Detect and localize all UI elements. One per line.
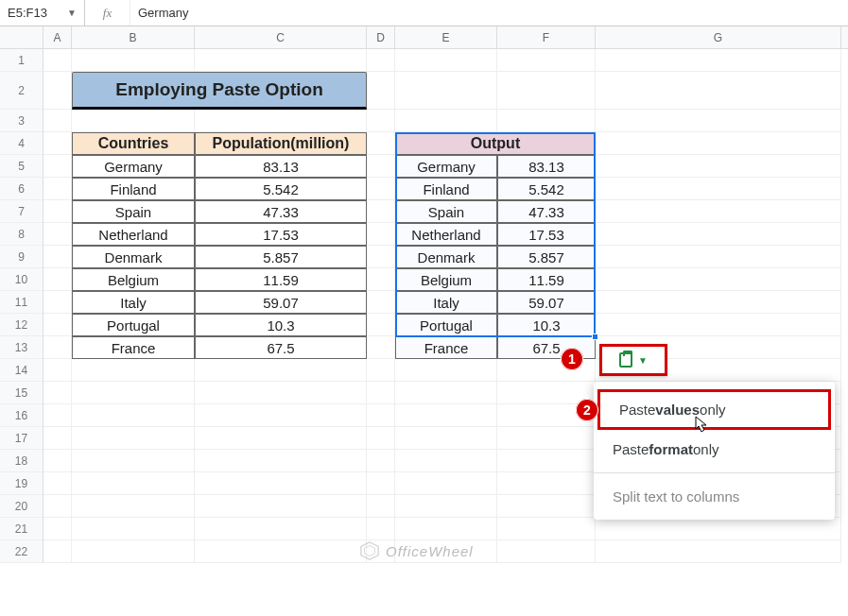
row-header[interactable]: 10	[0, 268, 43, 291]
cell[interactable]	[195, 359, 367, 382]
row-header[interactable]: 1	[0, 49, 43, 72]
paste-options-button[interactable]: ▼	[599, 344, 667, 376]
table-cell[interactable]: France	[395, 336, 497, 359]
cell[interactable]	[72, 404, 195, 427]
row-header[interactable]: 13	[0, 336, 43, 359]
table-cell[interactable]: 67.5	[195, 336, 367, 359]
cell[interactable]	[395, 518, 497, 540]
cell[interactable]	[367, 518, 395, 540]
cell[interactable]	[43, 246, 72, 268]
row-header[interactable]: 3	[0, 110, 43, 132]
cell[interactable]	[395, 495, 497, 518]
cell[interactable]	[367, 472, 395, 495]
cell[interactable]	[395, 450, 497, 472]
row-header[interactable]: 14	[0, 359, 43, 382]
cell[interactable]	[72, 495, 195, 518]
cell[interactable]	[497, 49, 596, 72]
cell[interactable]	[395, 110, 497, 132]
table-cell[interactable]: 83.13	[195, 155, 367, 178]
cell[interactable]	[596, 155, 841, 178]
cell[interactable]	[43, 450, 72, 472]
cell[interactable]	[367, 49, 395, 72]
table-cell[interactable]: 5.857	[497, 246, 596, 268]
cell[interactable]	[497, 472, 596, 495]
cell[interactable]	[72, 427, 195, 450]
cell[interactable]	[43, 49, 72, 72]
cell[interactable]	[195, 49, 367, 72]
cell[interactable]	[367, 336, 395, 359]
cell[interactable]	[367, 427, 395, 450]
cell[interactable]	[43, 200, 72, 223]
row-header[interactable]: 21	[0, 518, 43, 540]
cell[interactable]	[395, 472, 497, 495]
title-cell[interactable]: Employing Paste Option	[72, 72, 367, 110]
cell[interactable]	[395, 382, 497, 404]
cell[interactable]	[43, 495, 72, 518]
cell[interactable]	[195, 382, 367, 404]
cell[interactable]	[195, 110, 367, 132]
row-header[interactable]: 18	[0, 450, 43, 472]
cell[interactable]	[43, 110, 72, 132]
col-header[interactable]: G	[596, 26, 841, 48]
cell[interactable]	[195, 427, 367, 450]
table-cell[interactable]: 59.07	[195, 291, 367, 314]
table-header[interactable]: Population(million)	[195, 132, 367, 155]
cell[interactable]	[395, 427, 497, 450]
row-header[interactable]: 15	[0, 382, 43, 404]
cell[interactable]	[596, 49, 841, 72]
cell[interactable]	[43, 427, 72, 450]
cell[interactable]	[72, 540, 195, 563]
col-header[interactable]: B	[72, 26, 195, 48]
menu-paste-format-only[interactable]: Paste format only	[594, 432, 835, 467]
cell[interactable]	[395, 359, 497, 382]
row-header[interactable]: 17	[0, 427, 43, 450]
cell[interactable]	[195, 472, 367, 495]
table-cell[interactable]: 5.542	[497, 178, 596, 200]
cell[interactable]	[596, 132, 841, 155]
cell[interactable]	[497, 495, 596, 518]
cell[interactable]	[43, 178, 72, 200]
cell[interactable]	[72, 472, 195, 495]
row-header[interactable]: 8	[0, 223, 43, 246]
cell[interactable]	[43, 382, 72, 404]
table-cell[interactable]: Germany	[72, 155, 195, 178]
table-cell[interactable]: 10.3	[497, 314, 596, 336]
table-cell[interactable]: 83.13	[497, 155, 596, 178]
selection-handle[interactable]	[592, 334, 598, 340]
table-cell[interactable]: 47.33	[497, 200, 596, 223]
cell[interactable]	[367, 246, 395, 268]
cell[interactable]	[596, 223, 841, 246]
cell[interactable]	[596, 540, 841, 563]
cell[interactable]	[195, 540, 367, 563]
row-header[interactable]: 19	[0, 472, 43, 495]
col-header[interactable]: D	[367, 26, 395, 48]
cell[interactable]	[596, 314, 841, 336]
cell[interactable]	[596, 246, 841, 268]
cell[interactable]	[596, 291, 841, 314]
table-cell[interactable]: Spain	[72, 200, 195, 223]
row-header[interactable]: 11	[0, 291, 43, 314]
cell[interactable]	[497, 450, 596, 472]
table-cell[interactable]: Portugal	[395, 314, 497, 336]
cell[interactable]	[497, 110, 596, 132]
row-header[interactable]: 6	[0, 178, 43, 200]
cell[interactable]	[497, 427, 596, 450]
table-cell[interactable]: Italy	[72, 291, 195, 314]
table-cell[interactable]: Portugal	[72, 314, 195, 336]
cell[interactable]	[43, 72, 72, 110]
table-cell[interactable]: Netherland	[395, 223, 497, 246]
cell[interactable]	[195, 404, 367, 427]
cell[interactable]	[596, 72, 841, 110]
table-cell[interactable]: 17.53	[195, 223, 367, 246]
row-header[interactable]: 4	[0, 132, 43, 155]
cell[interactable]	[43, 291, 72, 314]
table-cell[interactable]: 5.542	[195, 178, 367, 200]
table-cell[interactable]: Netherland	[72, 223, 195, 246]
table-cell[interactable]: Belgium	[72, 268, 195, 291]
cell[interactable]	[596, 200, 841, 223]
cell[interactable]	[72, 382, 195, 404]
table-cell[interactable]: 11.59	[497, 268, 596, 291]
formula-input[interactable]: Germany	[130, 6, 848, 20]
col-header[interactable]: A	[43, 26, 72, 48]
row-header[interactable]: 5	[0, 155, 43, 178]
